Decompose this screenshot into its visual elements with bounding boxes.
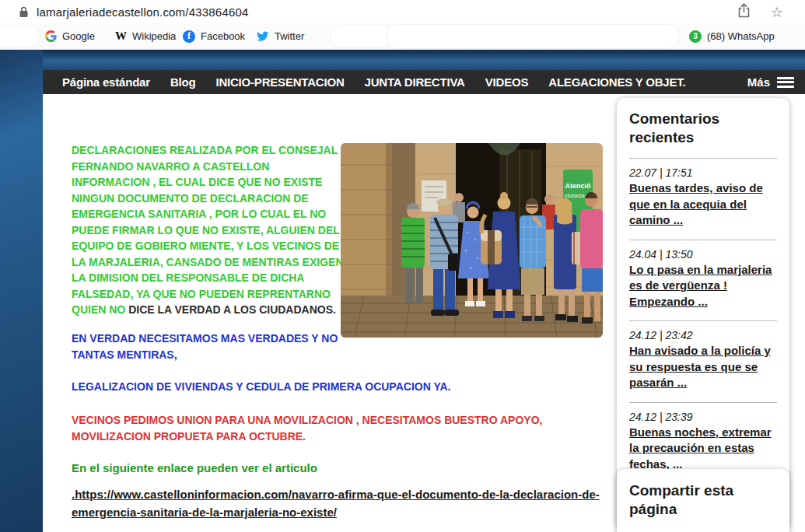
comment-item: 24.12 | 23:39 Buenas noches, extremar la… <box>629 411 777 473</box>
bookmark-google[interactable]: Google <box>45 23 95 49</box>
recent-comments-card: Comentarios recientes 22.07 | 17:51 Buen… <box>617 98 789 530</box>
hamburger-menu-icon <box>777 77 794 88</box>
nav-item-inicio-presentacion[interactable]: INICIO-PRESENTACION <box>205 75 354 89</box>
divider <box>629 240 777 240</box>
share-page-card: Compartir esta página <box>617 469 789 532</box>
google-icon <box>45 30 57 42</box>
comment-item: 22.07 | 17:51 Buenas tardes, aviso de qu… <box>629 166 777 229</box>
nav-item-junta-directiva[interactable]: JUNTA DIRECTIVA <box>355 75 475 89</box>
article-paragraph-verdades: EN VERDAD NECESITAMOS MAS VERDADES Y NO … <box>72 331 383 362</box>
divider <box>629 320 777 321</box>
browser-chrome: lamarjaleriadecastellon.com/433864604 ☆ <box>0 0 805 50</box>
browser-window: lamarjaleriadecastellon.com/433864604 ☆ <box>0 0 805 532</box>
divider <box>629 402 777 403</box>
comment-date: 24.12 | 23:39 <box>629 411 777 423</box>
comment-date: 24.04 | 13:50 <box>629 248 777 261</box>
article-external-link[interactable]: .https://www.castelloninformacion.com/na… <box>72 485 611 521</box>
bookmark-label: Google <box>62 30 95 42</box>
divider <box>629 158 777 159</box>
comment-link[interactable]: Lo q pasa en la marjaleria es de vergüen… <box>629 262 777 310</box>
recent-comments-title: Comentarios recientes <box>629 110 777 147</box>
site-navbar: Página estándar Blog INICIO-PRESENTACION… <box>43 70 805 94</box>
nav-item-alegaciones[interactable]: ALEGACIONES Y OBJET. <box>538 75 695 89</box>
comment-link[interactable]: Buenas tardes, aviso de que en la acequi… <box>629 180 777 229</box>
photo-sign-text-line1: Atenció <box>565 182 591 190</box>
bookmark-label: Wikipedia <box>132 30 176 42</box>
article-paragraph-movilizacion: VECINOS PEDIMOS UNION PARA UNA MOVILIZAC… <box>72 412 611 444</box>
bookmark-label: (68) WhatsApp <box>707 30 775 42</box>
facebook-icon: f <box>183 30 195 43</box>
url-text[interactable]: lamarjaleriadecastellon.com/433864604 <box>37 5 249 19</box>
article-black-text: DICE LA VERDAD A LOS CIUDADANOS. <box>128 303 336 316</box>
bookmark-facebook[interactable]: f Facebook <box>183 23 245 49</box>
bookmark-label: Facebook <box>201 30 245 42</box>
share-icon[interactable] <box>737 3 751 21</box>
article-paragraph-legalizacion: LEGALIZACION DE VIVIENDAS Y CEDULA DE PR… <box>72 379 569 395</box>
redacted-bookmark-blob <box>330 25 394 48</box>
comment-date: 24.12 | 23:42 <box>629 329 777 341</box>
article-photo: Atenció ciutadana <box>341 143 603 338</box>
article-green-text: DECLARACIONES REALIZADA POR EL CONSEJAL … <box>72 144 344 316</box>
page-content: DECLARACIONES REALIZADA POR EL CONSEJAL … <box>43 94 805 532</box>
bookmark-whatsapp[interactable]: 3 (68) WhatsApp <box>689 23 775 49</box>
share-page-title: Compartir esta página <box>629 481 777 519</box>
bookmark-star-icon[interactable]: ☆ <box>771 5 783 19</box>
site-header-band <box>0 50 805 70</box>
comment-item: 24.04 | 13:50 Lo q pasa en la marjaleria… <box>629 248 777 310</box>
article-paragraph-enlace: En el siguiente enlace pueden ver el art… <box>72 461 569 474</box>
bookmarks-bar: Google W Wikipedia f Facebook Twitter 3 … <box>0 23 805 50</box>
bookmark-label: Twitter <box>275 30 304 42</box>
nav-item-videos[interactable]: VIDEOS <box>475 75 538 89</box>
nav-more-label: Más <box>747 75 770 89</box>
nav-more-button[interactable]: Más <box>747 75 805 89</box>
comment-item: 24.12 | 23:42 Han avisado a la policía y… <box>629 329 777 391</box>
comment-link[interactable]: Han avisado a la policía y su respuesta … <box>629 343 777 391</box>
bookmark-wikipedia[interactable]: W Wikipedia <box>115 23 176 49</box>
nav-item-blog[interactable]: Blog <box>160 75 206 89</box>
article-paragraph-declaraciones: DECLARACIONES REALIZADA POR EL CONSEJAL … <box>72 142 344 318</box>
twitter-icon <box>257 31 269 42</box>
comment-link[interactable]: Buenas noches, extremar la precaución en… <box>629 425 777 473</box>
whatsapp-badge-icon: 3 <box>689 30 702 43</box>
redacted-bookmark-blob <box>0 26 40 47</box>
redacted-bookmark-blob <box>386 24 680 49</box>
wikipedia-icon: W <box>115 30 127 43</box>
lock-icon <box>19 6 29 18</box>
address-bar[interactable]: lamarjaleriadecastellon.com/433864604 ☆ <box>0 0 805 23</box>
comment-date: 22.07 | 17:51 <box>629 166 777 179</box>
nav-item-pagina-estandar[interactable]: Página estándar <box>52 75 160 89</box>
bookmark-twitter[interactable]: Twitter <box>257 23 304 49</box>
left-margin-strip <box>0 50 43 532</box>
